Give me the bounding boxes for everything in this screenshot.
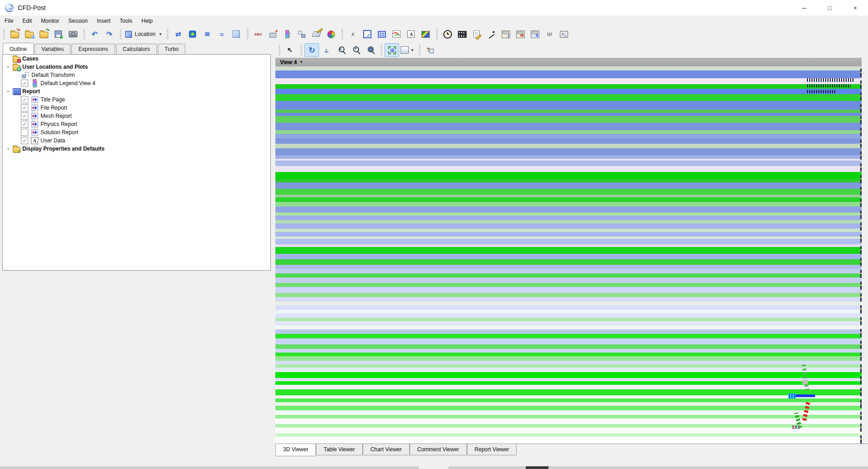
tab-turbo[interactable]: Turbo: [158, 44, 186, 54]
insert-text-button[interactable]: ABC: [251, 27, 265, 41]
chevron-expanded-icon[interactable]: ›: [5, 63, 11, 71]
checkbox-default-legend-view-4[interactable]: ✓: [21, 80, 28, 87]
load-results-button[interactable]: [7, 27, 22, 41]
macro-calculator-button[interactable]: M: [513, 27, 528, 41]
clip-plane-button[interactable]: [309, 27, 324, 41]
panel-splitter[interactable]: [272, 42, 275, 457]
contour-plot-button[interactable]: [185, 27, 200, 41]
zoom-dynamic-button[interactable]: [334, 43, 348, 57]
tab-table-viewer[interactable]: Table Viewer: [316, 444, 362, 455]
tree-item-display-properties-and-defaults[interactable]: ›Display Properties and Defaults: [3, 145, 270, 153]
tab-comment-viewer[interactable]: Comment Viewer: [410, 444, 467, 455]
chevron-expanded-icon[interactable]: ›: [5, 88, 11, 95]
view-selector[interactable]: View 4 ▼: [275, 58, 862, 66]
status-segment: [0, 466, 419, 469]
point-probe-button[interactable]: [265, 27, 280, 41]
tab-expressions[interactable]: Expressions: [71, 44, 115, 54]
menu-session[interactable]: Session: [64, 17, 92, 25]
colormap-button[interactable]: [324, 27, 338, 41]
refresh-data-button[interactable]: [36, 27, 51, 41]
menu-file[interactable]: File: [0, 17, 18, 25]
checkbox-file-report[interactable]: ✓: [21, 104, 28, 111]
tree-item-default-transform[interactable]: Default Transform: [3, 71, 270, 79]
menu-insert[interactable]: Insert: [92, 17, 115, 25]
tree-item-file-report[interactable]: ✓File Report: [3, 104, 270, 112]
checkbox-title-page[interactable]: ✓: [21, 96, 28, 103]
toolbar-grip: [167, 29, 168, 39]
close-button[interactable]: ×: [843, 0, 868, 15]
rotate-tool-button[interactable]: ↻: [305, 43, 319, 57]
render-stripe: [275, 361, 862, 364]
tree-item-title-page[interactable]: ✓Title Page: [3, 96, 270, 104]
tree-item-physics-report[interactable]: ✓Physics Report: [3, 120, 270, 128]
tab-report-viewer[interactable]: Report Viewer: [467, 444, 517, 455]
tab-chart-viewer[interactable]: Chart Viewer: [363, 444, 410, 455]
tree-item-user-data[interactable]: ✓AUser Data: [3, 136, 270, 145]
quick-editor-icon: [473, 30, 480, 38]
tree-item-report[interactable]: ›Report: [3, 87, 270, 96]
vector-plot-button[interactable]: ⇄: [171, 27, 185, 41]
checkbox-user-data[interactable]: ✓: [21, 137, 28, 144]
menu-edit[interactable]: Edit: [18, 17, 36, 25]
table-button[interactable]: [375, 27, 389, 41]
render-stripe: [275, 138, 862, 144]
instance-transform-button[interactable]: [294, 27, 309, 41]
streamline-button[interactable]: ≋: [200, 27, 214, 41]
text-label-icon: A: [407, 30, 415, 38]
render-stripe: [275, 410, 862, 415]
select-tool-button[interactable]: ↖: [283, 43, 297, 57]
command-editor-button[interactable]: >_: [557, 27, 571, 41]
checkbox-mesh-report[interactable]: ✓: [21, 112, 28, 120]
chevron-collapsed-icon[interactable]: ›: [5, 146, 12, 152]
save-picture-button[interactable]: [66, 27, 80, 41]
volume-rendering-button[interactable]: [229, 27, 244, 41]
report-chart-button[interactable]: [360, 27, 375, 41]
mesh-calculator-button[interactable]: X: [528, 27, 542, 41]
render-stripe: [275, 273, 862, 277]
tree-item-user-locations-and-plots[interactable]: ›User Locations and Plots: [3, 63, 270, 71]
save-state-button[interactable]: [51, 27, 66, 41]
pan-tool-button[interactable]: [319, 43, 334, 57]
redo-button[interactable]: ↷: [102, 27, 117, 41]
tree-label: Default Legend View 4: [41, 80, 96, 86]
text-label-button[interactable]: A: [404, 27, 418, 41]
viewport-layout-selector-button[interactable]: ▼: [399, 43, 416, 57]
expression-button[interactable]: x: [345, 27, 360, 41]
outline-tree[interactable]: Cases›User Locations and PlotsDefault Tr…: [2, 54, 271, 271]
tree-item-solution-report[interactable]: Solution Report: [3, 128, 270, 136]
tree-item-mesh-report[interactable]: ✓Mesh Report: [3, 112, 270, 120]
zoom-box-button[interactable]: [363, 43, 377, 57]
menu-monitor[interactable]: Monitor: [36, 17, 64, 25]
tab-calculators[interactable]: Calculators: [116, 44, 157, 54]
tree-item-cases[interactable]: Cases: [3, 55, 270, 63]
minimize-button[interactable]: ─: [792, 0, 817, 15]
probe-dropper-button[interactable]: [484, 27, 498, 41]
3d-viewport[interactable]: [275, 66, 862, 444]
tab-variables[interactable]: Variables: [35, 44, 71, 54]
chart-button[interactable]: [389, 27, 404, 41]
legend-toolbar-button[interactable]: [280, 27, 294, 41]
fit-view-button[interactable]: [385, 43, 399, 57]
open-state-button[interactable]: [22, 27, 36, 41]
render-stripe: [275, 239, 862, 244]
viewer-help-button[interactable]: ?: [423, 43, 437, 57]
undo-button[interactable]: ↶: [87, 27, 102, 41]
case-comparison-button[interactable]: 1|2: [542, 27, 557, 41]
particle-track-button[interactable]: ≈: [214, 27, 229, 41]
checkbox-physics-report[interactable]: ✓: [21, 121, 28, 128]
location-selector-button[interactable]: Location▼: [124, 27, 163, 41]
maximize-button[interactable]: □: [817, 0, 843, 15]
checkbox-solution-report[interactable]: [21, 129, 28, 136]
tree-item-default-legend-view-4[interactable]: ✓Default Legend View 4: [3, 79, 270, 87]
tab-3d-viewer[interactable]: 3D Viewer: [275, 444, 316, 456]
zoom-in-button[interactable]: [348, 43, 363, 57]
figure-button[interactable]: [418, 27, 433, 41]
timestep-selector-button[interactable]: [440, 27, 455, 41]
menu-tools[interactable]: Tools: [115, 17, 137, 25]
menu-help[interactable]: Help: [137, 17, 157, 25]
tab-outline[interactable]: Outline: [3, 43, 34, 54]
animation-button[interactable]: [455, 27, 469, 41]
vector-plot-icon: ⇄: [175, 30, 181, 38]
quick-editor-button[interactable]: [469, 27, 484, 41]
function-calculator-button[interactable]: f: [498, 27, 513, 41]
